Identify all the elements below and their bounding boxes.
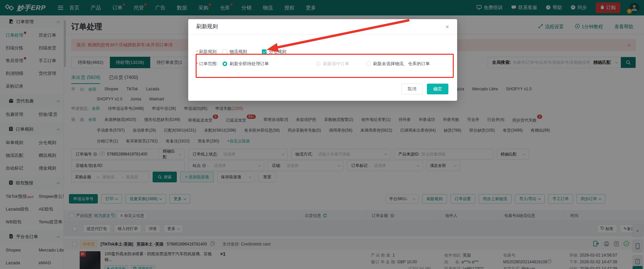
radio-icon <box>366 61 371 66</box>
radio-label: 刷新选中订单 <box>323 61 349 67</box>
erp-screen: 妙手ERP 首页产品订单托管广告数据采购仓库分销物流授权更多 免费培训 联系客服… <box>0 0 644 269</box>
radio-icon <box>316 61 321 66</box>
checkbox-label: 物流规则 <box>230 49 247 55</box>
scope-radio-selected[interactable]: 刷新选中订单 <box>316 61 349 67</box>
radio-label: 刷新全部待处理订单 <box>230 61 269 67</box>
rule-checkbox[interactable]: 物流规则 <box>223 49 247 55</box>
checkbox-icon <box>262 49 267 54</box>
scope-radio-all[interactable]: 刷新全部待处理订单 <box>223 61 269 67</box>
modal-footer: 取消 确定 <box>401 84 448 94</box>
rule-checkboxes: 物流规则分仓规则 <box>223 49 301 55</box>
required-asterisk: * <box>196 61 198 66</box>
checkbox-label: 分仓规则 <box>269 49 286 55</box>
required-asterisk: * <box>196 49 198 54</box>
confirm-button[interactable]: 确定 <box>427 84 448 94</box>
checkbox-icon <box>223 49 227 54</box>
radio-label: 刷新未选择物流、仓库的订单 <box>373 61 430 67</box>
scope-radios: 刷新全部待处理订单 刷新选中订单 刷新未选择物流、仓库的订单 <box>223 61 430 67</box>
order-scope-label: 订单范围: <box>199 61 218 67</box>
close-icon[interactable]: × <box>445 24 449 30</box>
modal-header: 刷新规则 × <box>188 19 457 35</box>
cancel-button[interactable]: 取消 <box>401 84 423 94</box>
modal-title: 刷新规则 <box>196 23 218 30</box>
refresh-rules-modal: 刷新规则 × * 刷新规则: 物流规则分仓规则 * 订单范围: 刷新全部待处理订… <box>188 19 457 101</box>
refresh-rule-field: * 刷新规则: 物流规则分仓规则 <box>196 49 301 55</box>
refresh-rule-label: 刷新规则: <box>199 49 218 55</box>
order-scope-field: * 订单范围: 刷新全部待处理订单 刷新选中订单 刷新未选择物流、仓库的订单 <box>196 61 430 67</box>
radio-icon <box>223 61 227 66</box>
scope-radio-unselected-logistics[interactable]: 刷新未选择物流、仓库的订单 <box>366 61 430 67</box>
rule-checkbox[interactable]: 分仓规则 <box>262 49 286 55</box>
